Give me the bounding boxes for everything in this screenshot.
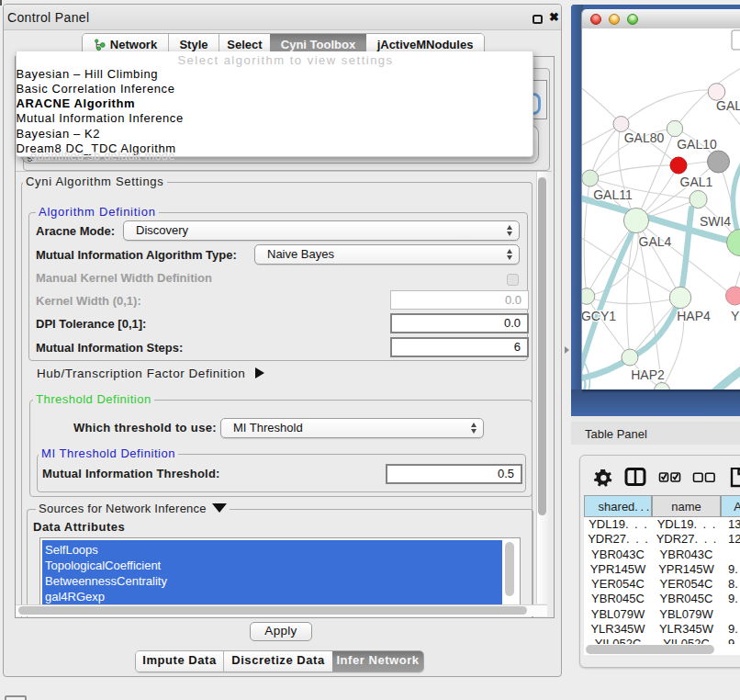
svg-text:SWI4: SWI4 (700, 214, 731, 229)
svg-text:YM: YM (731, 309, 740, 323)
svg-text:GCY1: GCY1 (582, 309, 616, 323)
svg-text:GAL4: GAL4 (639, 234, 672, 249)
svg-text:GAL11: GAL11 (593, 187, 633, 202)
svg-text:GAL1: GAL1 (680, 175, 713, 189)
svg-text:HAP2: HAP2 (631, 367, 665, 382)
svg-text:GAL: GAL (716, 98, 740, 113)
svg-text:GAL80: GAL80 (624, 130, 665, 145)
svg-text:GAL10: GAL10 (677, 137, 717, 152)
svg-text:HAP4: HAP4 (677, 309, 711, 323)
